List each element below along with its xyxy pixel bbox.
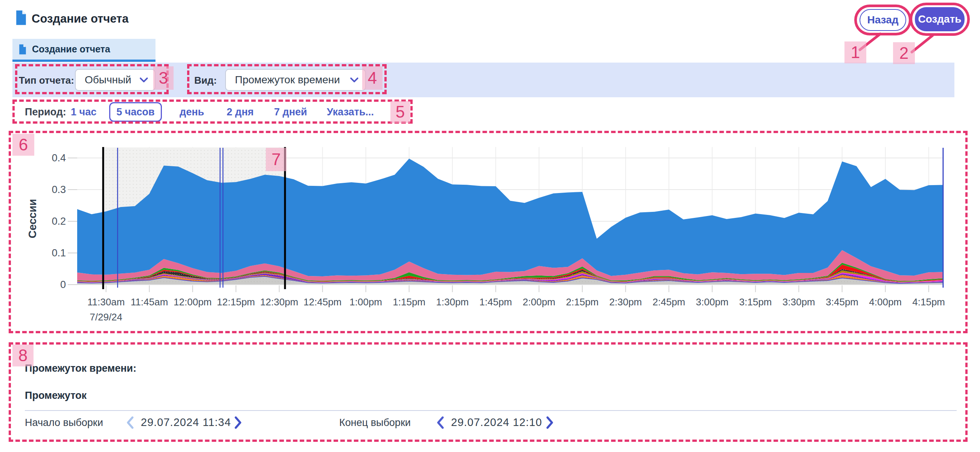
- sample-end-label: Конец выборки: [339, 417, 411, 429]
- svg-text:0: 0: [60, 279, 66, 290]
- svg-text:2:00pm: 2:00pm: [523, 296, 555, 308]
- report-creation-page: Создание отчета Назад Создать Создание о…: [0, 0, 980, 452]
- divider: [25, 410, 957, 411]
- svg-text:4:15pm: 4:15pm: [912, 296, 945, 308]
- svg-text:1:30pm: 1:30pm: [436, 296, 469, 308]
- svg-text:3:45pm: 3:45pm: [826, 296, 858, 308]
- svg-text:0.4: 0.4: [52, 152, 66, 164]
- svg-text:0.3: 0.3: [52, 184, 66, 195]
- svg-text:12:15pm: 12:15pm: [217, 296, 255, 308]
- svg-text:12:00pm: 12:00pm: [173, 296, 212, 308]
- svg-text:2:30pm: 2:30pm: [609, 296, 642, 308]
- range-subtitle: Промежуток: [25, 390, 87, 401]
- svg-text:7/29/24: 7/29/24: [90, 311, 123, 323]
- range-section-title: Промежуток времени:: [25, 363, 136, 374]
- svg-text:3:00pm: 3:00pm: [696, 296, 729, 308]
- svg-text:3:30pm: 3:30pm: [782, 296, 815, 308]
- end-next-button[interactable]: [545, 416, 555, 429]
- start-datetime-value[interactable]: 29.07.2024 11:34: [141, 416, 231, 429]
- svg-text:12:45pm: 12:45pm: [304, 296, 342, 308]
- chevron-right-icon: [234, 416, 243, 429]
- svg-text:1:00pm: 1:00pm: [349, 296, 382, 308]
- chevron-left-icon: [125, 416, 135, 429]
- sessions-area-chart[interactable]: 00.10.20.30.411:30am7/29/2411:45am12:00p…: [0, 0, 980, 339]
- svg-text:4:00pm: 4:00pm: [869, 296, 902, 308]
- svg-text:0.2: 0.2: [52, 216, 66, 227]
- svg-text:11:30am: 11:30am: [88, 296, 125, 308]
- end-datetime-value[interactable]: 29.07.2024 12:10: [451, 416, 542, 429]
- chevron-left-icon: [435, 416, 445, 429]
- svg-text:1:45pm: 1:45pm: [479, 296, 512, 308]
- svg-text:3:15pm: 3:15pm: [739, 296, 772, 308]
- svg-text:12:30pm: 12:30pm: [260, 296, 298, 308]
- start-next-button[interactable]: [234, 416, 243, 429]
- svg-text:0.1: 0.1: [52, 247, 66, 259]
- start-prev-button[interactable]: [125, 416, 135, 429]
- sample-start-label: Начало выборки: [25, 417, 103, 429]
- svg-text:1:15pm: 1:15pm: [393, 296, 425, 308]
- svg-text:2:45pm: 2:45pm: [652, 296, 685, 308]
- svg-text:11:45am: 11:45am: [130, 296, 168, 308]
- y-axis-label: Сессии: [26, 199, 38, 239]
- end-prev-button[interactable]: [435, 416, 445, 429]
- chevron-right-icon: [545, 416, 555, 429]
- svg-text:2:15pm: 2:15pm: [566, 296, 599, 308]
